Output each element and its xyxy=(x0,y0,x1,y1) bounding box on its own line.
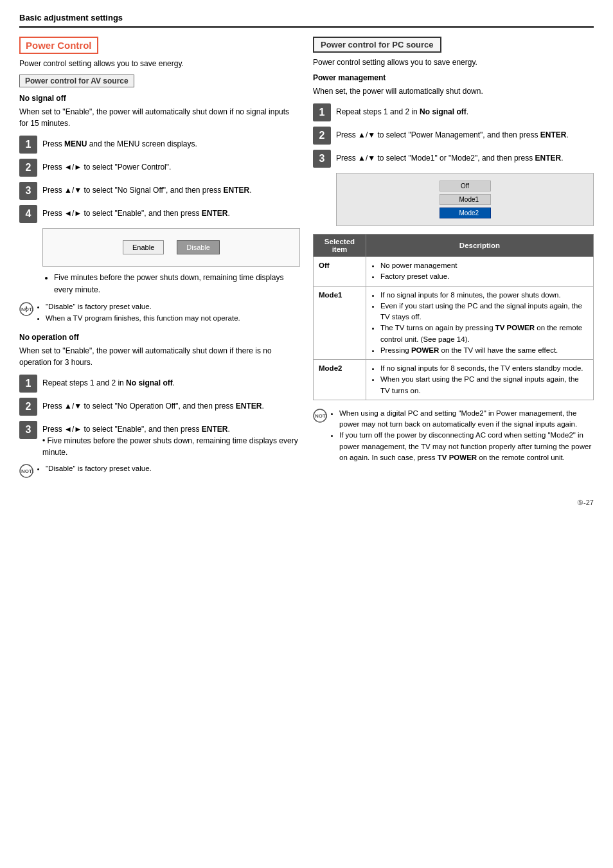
pm-step-row-2: 2 Press ▲/▼ to select "Power Management"… xyxy=(313,127,594,145)
off-bullet-1: No power management xyxy=(380,260,588,271)
mode1-bullet-3: The TV turns on again by pressing TV POW… xyxy=(380,323,588,345)
note-item-1: "Disable" is factory preset value. xyxy=(46,301,240,312)
pc-note-content: When using a digital PC and setting "Mod… xyxy=(330,408,594,463)
table-mode1-desc: If no signal inputs for 8 minutes, the p… xyxy=(366,286,593,360)
pc-note-item-1: When using a digital PC and setting "Mod… xyxy=(339,408,594,430)
no-signal-off-section: No signal off When set to "Enable", the … xyxy=(19,94,300,324)
step-row-3: 3 Press ▲/▼ to select "No Signal Off", a… xyxy=(19,182,300,200)
note-item-2: When a TV program finishes, this functio… xyxy=(46,313,240,324)
svg-text:NOTE: NOTE xyxy=(21,306,33,312)
step-row-4: 4 Press ◄/► to select "Enable", and then… xyxy=(19,205,300,223)
page-header: Basic adjustment settings xyxy=(19,13,594,28)
mode1-bullet-4: Pressing POWER on the TV will have the s… xyxy=(380,345,588,356)
step-num-1: 1 xyxy=(19,136,37,154)
mode1-bullet-2: Even if you start using the PC and the s… xyxy=(380,301,588,323)
table-off-desc: No power management Factory preset value… xyxy=(366,257,593,287)
no-signal-off-desc: When set to "Enable", the power will aut… xyxy=(19,106,300,129)
table-mode1-label: Mode1 xyxy=(314,286,366,360)
no-signal-note-content: "Disable" is factory preset value. When … xyxy=(37,301,240,324)
pm-step-row-1: 1 Repeat steps 1 and 2 in No signal off. xyxy=(313,103,594,121)
av-subsection-title: Power control for AV source xyxy=(19,75,134,87)
no-signal-off-heading: No signal off xyxy=(19,94,300,103)
table-off-label: Off xyxy=(314,257,366,287)
note-icon-2: NOTE xyxy=(19,464,33,481)
right-column: Power control for PC source Power contro… xyxy=(313,37,594,486)
no-signal-note-box: NOTE "Disable" is factory preset value. … xyxy=(19,301,300,324)
pm-step-num-1: 1 xyxy=(313,103,331,121)
left-column: Power Control Power control setting allo… xyxy=(19,37,300,486)
mode2-bullet-1: If no signal inputs for 8 seconds, the T… xyxy=(380,363,588,374)
table-mode2-desc: If no signal inputs for 8 seconds, the T… xyxy=(366,360,593,400)
no-operation-off-desc: When set to "Enable", the power will aut… xyxy=(19,345,300,368)
off-bullet-2: Factory preset value. xyxy=(380,271,588,282)
right-intro: Power control setting allows you to save… xyxy=(313,58,594,67)
av-screen-mockup: Enable Disable xyxy=(42,228,300,267)
note-icon-3: NOTE xyxy=(313,409,327,425)
pm-step-text-2: Press ▲/▼ to select "Power Management", … xyxy=(336,127,569,141)
page-footer: ⑤-27 xyxy=(19,499,594,507)
power-management-heading: Power management xyxy=(313,73,594,82)
pc-note-item-2: If you turn off the power by disconnecti… xyxy=(339,430,594,463)
mode2-bullet-2: When you start using the PC and the sign… xyxy=(380,374,588,396)
page-number: ⑤-27 xyxy=(577,499,594,506)
no-op-step-text-3: Press ◄/► to select "Enable", and then p… xyxy=(42,421,300,458)
table-col1-header: Selected item xyxy=(314,235,366,257)
enable-btn: Enable xyxy=(123,240,164,254)
pm-step-num-3: 3 xyxy=(313,150,331,168)
pc-menu-mode2: Mode2 xyxy=(440,208,491,218)
table-mode2-label: Mode2 xyxy=(314,360,366,400)
header-title: Basic adjustment settings xyxy=(19,13,123,22)
pc-screen-mockup: Off Mode1 Mode2 xyxy=(336,173,594,226)
pm-step-num-2: 2 xyxy=(313,127,331,145)
note-icon-1: NOTE xyxy=(19,302,33,319)
table-row-mode2: Mode2 If no signal inputs for 8 seconds,… xyxy=(314,360,594,400)
pc-menu-off: Off xyxy=(440,181,491,191)
pc-section-title: Power control for PC source xyxy=(313,37,441,53)
step-num-4: 4 xyxy=(19,205,37,223)
left-intro: Power control setting allows you to save… xyxy=(19,59,300,68)
no-op-note-box: NOTE "Disable" is factory preset value. xyxy=(19,463,300,481)
pm-step-text-3: Press ▲/▼ to select "Mode1" or "Mode2", … xyxy=(336,150,564,164)
step-text-1: Press MENU and the MENU screen displays. xyxy=(42,136,197,150)
no-op-step-text-2: Press ▲/▼ to select "No Operation Off", … xyxy=(42,398,264,412)
step-row-2: 2 Press ◄/► to select "Power Control". xyxy=(19,159,300,177)
svg-text:NOTE: NOTE xyxy=(315,413,327,419)
mode1-bullet-1: If no signal inputs for 8 minutes, the p… xyxy=(380,290,588,301)
pm-step-row-3: 3 Press ▲/▼ to select "Mode1" or "Mode2"… xyxy=(313,150,594,168)
no-op-step-num-2: 2 xyxy=(19,398,37,416)
power-management-desc: When set, the power will automatically s… xyxy=(313,85,594,97)
no-op-step-num-3: 3 xyxy=(19,421,37,439)
no-op-step-row-1: 1 Repeat steps 1 and 2 in No signal off. xyxy=(19,375,300,393)
no-signal-bullet-list: Five minutes before the power shuts down… xyxy=(42,272,300,296)
pm-step-text-1: Repeat steps 1 and 2 in No signal off. xyxy=(336,103,468,118)
no-operation-off-section: No operation off When set to "Enable", t… xyxy=(19,333,300,481)
section-title-power-control: Power Control xyxy=(19,37,98,54)
pc-menu-mode1: Mode1 xyxy=(440,194,491,205)
table-row-off: Off No power management Factory preset v… xyxy=(314,257,594,287)
step-text-4: Press ◄/► to select "Enable", and then p… xyxy=(42,205,230,219)
step-text-3: Press ▲/▼ to select "No Signal Off", and… xyxy=(42,182,252,196)
svg-text:NOTE: NOTE xyxy=(21,468,33,474)
no-op-note-item-1: "Disable" is factory preset value. xyxy=(46,463,152,474)
no-signal-bullet-1: Five minutes before the power shuts down… xyxy=(54,272,300,296)
table-col2-header: Description xyxy=(366,235,593,257)
description-table: Selected item Description Off No power m… xyxy=(313,234,594,400)
step-row-1: 1 Press MENU and the MENU screen display… xyxy=(19,136,300,154)
disable-btn: Disable xyxy=(177,240,220,254)
step-num-3: 3 xyxy=(19,182,37,200)
no-op-step-num-1: 1 xyxy=(19,375,37,393)
description-table-section: Selected item Description Off No power m… xyxy=(313,234,594,400)
no-op-note-content: "Disable" is factory preset value. xyxy=(37,463,152,474)
pc-note-box: NOTE When using a digital PC and setting… xyxy=(313,408,594,463)
no-op-step-row-3: 3 Press ◄/► to select "Enable", and then… xyxy=(19,421,300,458)
table-row-mode1: Mode1 If no signal inputs for 8 minutes,… xyxy=(314,286,594,360)
no-op-step-text-1: Repeat steps 1 and 2 in No signal off. xyxy=(42,375,175,389)
step-text-2: Press ◄/► to select "Power Control". xyxy=(42,159,171,173)
no-operation-off-heading: No operation off xyxy=(19,333,300,342)
step-num-2: 2 xyxy=(19,159,37,177)
no-op-step-row-2: 2 Press ▲/▼ to select "No Operation Off"… xyxy=(19,398,300,416)
